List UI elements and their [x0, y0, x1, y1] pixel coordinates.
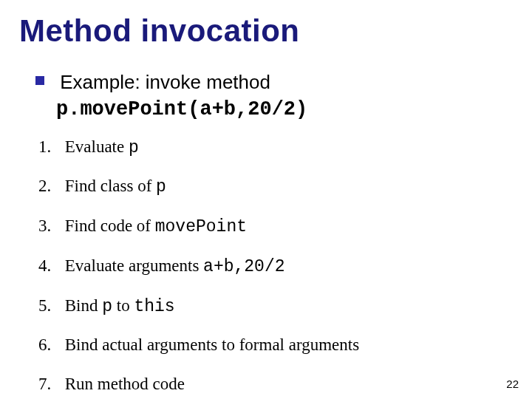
- step-number: 2.: [38, 176, 61, 197]
- step-number: 1.: [38, 137, 61, 158]
- example-code: p.movePoint(a+b,20/2): [56, 98, 513, 120]
- list-item: 2. Find class of p: [38, 176, 513, 198]
- step-mono: p: [129, 138, 139, 157]
- step-text: Evaluate arguments: [65, 256, 203, 275]
- step-number: 4.: [38, 256, 61, 277]
- step-mono: a+b,20/2: [203, 257, 284, 276]
- step-mono: this: [134, 297, 174, 316]
- list-item: 5. Bind p to this: [38, 296, 513, 318]
- step-text: to: [112, 296, 134, 315]
- list-item: 1. Evaluate p: [38, 137, 513, 159]
- slide: Method invocation Example: invoke method…: [0, 0, 532, 399]
- example-label: Example: invoke method: [60, 71, 270, 93]
- step-number: 6.: [38, 335, 61, 356]
- list-item: 6. Bind actual arguments to formal argum…: [38, 335, 513, 356]
- step-text: Find code of: [65, 216, 155, 235]
- example-line: Example: invoke method: [35, 68, 513, 95]
- step-number: 5.: [38, 296, 61, 317]
- slide-title: Method invocation: [19, 13, 513, 49]
- step-text: Bind: [65, 296, 102, 315]
- list-item: 4. Evaluate arguments a+b,20/2: [38, 256, 513, 278]
- step-number: 3.: [38, 216, 61, 237]
- step-text: Bind actual arguments to formal argument…: [65, 335, 359, 354]
- step-mono: movePoint: [155, 217, 247, 236]
- step-text: Run method code: [65, 375, 185, 393]
- step-text: Find class of: [65, 177, 156, 195]
- list-item: 3. Find code of movePoint: [38, 216, 513, 238]
- step-number: 7.: [38, 374, 61, 395]
- step-mono: p: [102, 297, 112, 316]
- step-list: 1. Evaluate p 2. Find class of p 3. Find…: [38, 137, 513, 395]
- bullet-icon: [35, 76, 44, 85]
- step-mono: p: [156, 177, 166, 197]
- page-number: 22: [506, 378, 519, 390]
- step-text: Evaluate: [65, 137, 129, 156]
- list-item: 7. Run method code: [38, 374, 513, 395]
